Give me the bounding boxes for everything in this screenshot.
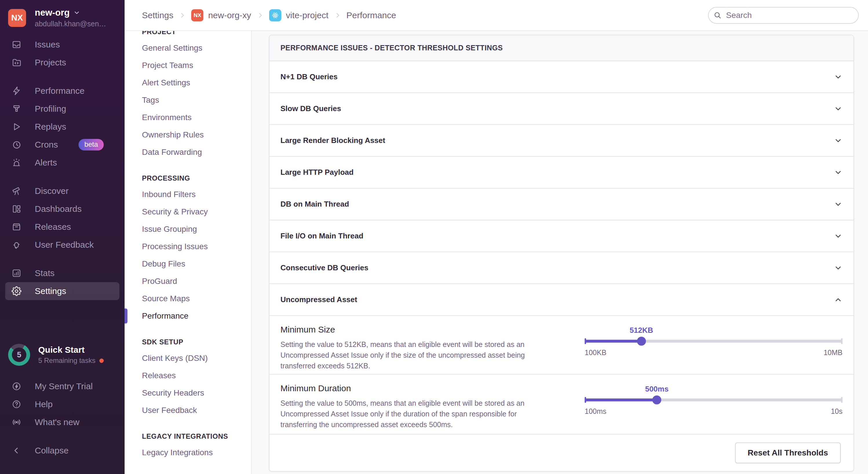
detector-label: File I/O on Main Thread	[280, 232, 363, 240]
sidebar-item-stats[interactable]: Stats	[5, 264, 119, 282]
sidebar-item-label: Releases	[35, 222, 71, 232]
detector-row-large-render-blocking-asset[interactable]: Large Render Blocking Asset	[270, 125, 854, 157]
org-email: abdullah.khan@sen…	[35, 20, 106, 28]
field-minimum-duration: Minimum Duration Setting the value to 50…	[270, 375, 854, 435]
nav-item-data-forwarding[interactable]: Data Forwarding	[142, 143, 251, 161]
breadcrumb-org[interactable]: NX new-org-xy	[191, 9, 251, 22]
sidebar-item-dashboards[interactable]: Dashboards	[5, 200, 119, 218]
slider-thumb[interactable]	[637, 337, 646, 346]
nav-item-alert-settings[interactable]: Alert Settings	[142, 74, 251, 92]
quickstart-meta: Quick Start 5 Remaining tasks	[38, 345, 104, 365]
nav-item-releases[interactable]: Releases	[142, 367, 251, 384]
breadcrumb-label: Settings	[142, 10, 173, 20]
sidebar-item-label: Projects	[35, 58, 66, 67]
detector-row-file-io-on-main-thread[interactable]: File I/O on Main Thread	[270, 221, 854, 252]
replays-icon	[11, 122, 22, 132]
detector-row-db-on-main-thread[interactable]: DB on Main Thread	[270, 189, 854, 221]
detector-row-uncompressed-asset[interactable]: Uncompressed Asset	[270, 284, 854, 316]
sidebar-item-label: Dashboards	[35, 204, 82, 214]
nav-item-debug-files[interactable]: Debug Files	[142, 255, 251, 273]
slider-max-label: 10s	[831, 407, 842, 415]
slider-min-label: 100KB	[585, 348, 607, 357]
sidebar-item-settings[interactable]: Settings	[5, 282, 119, 300]
nav-item-user-feedback[interactable]: User Feedback	[142, 402, 251, 419]
detector-row-consecutive-db-queries[interactable]: Consecutive DB Queries	[270, 252, 854, 284]
projects-icon	[11, 58, 22, 67]
quickstart-panel[interactable]: 5 Quick Start 5 Remaining tasks	[0, 344, 125, 366]
nav-item-environments[interactable]: Environments	[142, 109, 251, 126]
search-input[interactable]	[708, 7, 859, 24]
sidebar-item-label: Profiling	[35, 104, 66, 114]
breadcrumb: Settings NX new-org-xy vite-project Perf…	[142, 9, 396, 22]
sidebar-group-main: Issues Projects	[0, 36, 125, 71]
nav-item-security-headers[interactable]: Security Headers	[142, 384, 251, 402]
reset-all-thresholds-button[interactable]: Reset All Thresholds	[735, 442, 841, 463]
nav-item-inbound-filters[interactable]: Inbound Filters	[142, 186, 251, 203]
org-meta: new-org abdullah.khan@sen…	[35, 7, 106, 28]
sidebar-item-alerts[interactable]: Alerts	[5, 154, 119, 172]
nav-item-client-keys[interactable]: Client Keys (DSN)	[142, 349, 251, 367]
detector-label: Large Render Blocking Asset	[280, 136, 385, 145]
slider-track[interactable]	[585, 399, 842, 401]
sidebar-item-user-feedback[interactable]: User Feedback	[5, 236, 119, 254]
sidebar-item-help[interactable]: Help	[5, 395, 119, 413]
slider-track[interactable]	[585, 340, 842, 343]
nav-item-security-privacy[interactable]: Security & Privacy	[142, 203, 251, 221]
sidebar-item-my-sentry-trial[interactable]: My Sentry Trial	[5, 377, 119, 395]
sidebar-group-admin: Stats Settings	[0, 264, 125, 300]
search-icon	[713, 11, 722, 20]
nav-item-ownership-rules[interactable]: Ownership Rules	[142, 126, 251, 143]
stats-icon	[11, 268, 22, 278]
trial-icon	[11, 381, 22, 391]
quickstart-progress-ring: 5	[8, 344, 30, 366]
sidebar-item-discover[interactable]: Discover	[5, 182, 119, 200]
sidebar-item-replays[interactable]: Replays	[5, 118, 119, 136]
sidebar-item-projects[interactable]: Projects	[5, 54, 119, 71]
detector-row-slow-db-queries[interactable]: Slow DB Queries	[270, 93, 854, 125]
sidebar-item-releases[interactable]: Releases	[5, 218, 119, 236]
panel-footer: Reset All Thresholds	[270, 435, 854, 471]
nav-item-source-maps[interactable]: Source Maps	[142, 290, 251, 307]
detector-label: Uncompressed Asset	[280, 295, 357, 304]
discover-icon	[11, 186, 22, 196]
sidebar-item-whats-new[interactable]: What's new	[5, 413, 119, 431]
breadcrumb-project[interactable]: vite-project	[269, 9, 329, 22]
nav-item-proguard[interactable]: ProGuard	[142, 273, 251, 290]
quickstart-subtitle: 5 Remaining tasks	[38, 357, 95, 365]
breadcrumb-settings[interactable]: Settings	[142, 10, 173, 20]
sidebar-group-explore: Discover Dashboards Releases User Feedba…	[0, 182, 125, 254]
sidebar-item-label: Stats	[35, 268, 55, 278]
panel-title: PERFORMANCE ISSUES - DETECTOR THRESHOLD …	[270, 35, 854, 61]
org-avatar: NX	[8, 9, 26, 27]
react-logo-icon	[269, 9, 281, 22]
nav-item-processing-issues[interactable]: Processing Issues	[142, 238, 251, 255]
nav-item-issue-grouping[interactable]: Issue Grouping	[142, 221, 251, 238]
detector-label: DB on Main Thread	[280, 200, 349, 209]
sidebar-item-performance[interactable]: Performance	[5, 82, 119, 100]
minimum-size-slider: 512KB 100KB 10MB	[585, 325, 842, 374]
nav-item-performance[interactable]: Performance	[142, 307, 251, 325]
field-description: Setting the value to 500ms, means that a…	[280, 398, 538, 430]
collapse-label: Collapse	[35, 446, 69, 455]
active-indicator	[125, 308, 127, 324]
nav-item-project-teams[interactable]: Project Teams	[142, 57, 251, 74]
chevron-up-icon	[834, 296, 842, 304]
breadcrumb-label: vite-project	[286, 10, 329, 20]
nav-item-tags[interactable]: Tags	[142, 92, 251, 109]
nav-section-heading: SDK SETUP	[142, 338, 251, 346]
settings-nav: PROJECT General Settings Project Teams A…	[125, 0, 252, 474]
collapse-button[interactable]: Collapse	[5, 442, 119, 460]
slider-thumb[interactable]	[652, 396, 661, 405]
sidebar-collapse-group: Collapse	[0, 442, 125, 460]
detector-row-large-http-payload[interactable]: Large HTTP Payload	[270, 157, 854, 189]
nav-item-general-settings[interactable]: General Settings	[142, 39, 251, 57]
sidebar-item-issues[interactable]: Issues	[5, 36, 119, 54]
chevron-right-icon	[179, 12, 185, 19]
slider-fill	[585, 399, 657, 401]
user-feedback-icon	[11, 240, 22, 250]
nav-item-legacy-integrations[interactable]: Legacy Integrations	[142, 444, 251, 461]
org-switcher[interactable]: NX new-org abdullah.khan@sen…	[0, 6, 125, 36]
detector-row-n1-db-queries[interactable]: N+1 DB Queries	[270, 61, 854, 93]
sidebar-item-crons[interactable]: Crons beta	[5, 136, 119, 154]
sidebar-item-profiling[interactable]: Profiling	[5, 100, 119, 118]
